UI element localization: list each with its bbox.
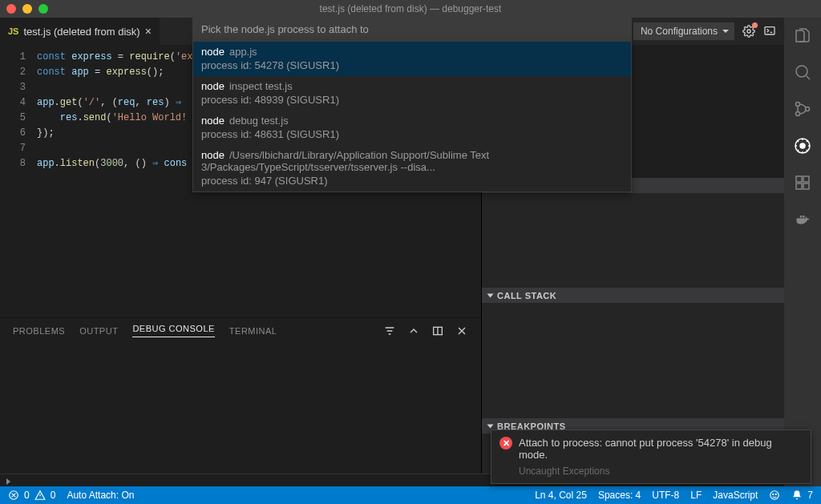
picker-item[interactable]: node/Users/lbichard/Library/Application … bbox=[193, 145, 631, 192]
tab-label: test.js (deleted from disk) bbox=[23, 26, 140, 38]
tab-output[interactable]: OUTPUT bbox=[79, 326, 118, 336]
status-language[interactable]: JavaScript bbox=[713, 490, 758, 501]
panel-maximize-icon[interactable] bbox=[431, 325, 444, 337]
process-picker-input[interactable]: Pick the node.js process to attach to bbox=[192, 18, 632, 41]
picker-args: app.js bbox=[229, 46, 257, 58]
notification-subtext: Uncaught Exceptions bbox=[519, 466, 803, 477]
svg-point-4 bbox=[796, 103, 800, 107]
tab-test-js[interactable]: JS test.js (deleted from disk) × bbox=[0, 18, 160, 45]
picker-sub: process id: 48939 (SIGUSR1) bbox=[201, 94, 623, 106]
svg-rect-9 bbox=[796, 176, 802, 182]
debug-icon[interactable] bbox=[793, 136, 812, 155]
debug-config-label: No Configurations bbox=[641, 26, 718, 37]
debug-config-select[interactable]: No Configurations bbox=[633, 22, 734, 40]
status-notifications[interactable]: 7 bbox=[791, 490, 813, 501]
panel-tabs: PROBLEMS OUTPUT DEBUG CONSOLE TERMINAL bbox=[0, 317, 481, 343]
callstack-section-header[interactable]: CALL STACK bbox=[482, 288, 784, 303]
svg-point-6 bbox=[806, 107, 810, 111]
filter-icon[interactable] bbox=[383, 325, 396, 337]
status-indentation[interactable]: Spaces: 4 bbox=[598, 490, 641, 501]
status-cursor-position[interactable]: Ln 4, Col 25 bbox=[535, 490, 587, 501]
tab-debug-console[interactable]: DEBUG CONSOLE bbox=[132, 324, 214, 337]
error-count: 0 bbox=[24, 490, 30, 501]
picker-cmd: node bbox=[201, 149, 224, 161]
svg-rect-1 bbox=[765, 27, 774, 34]
picker-cmd: node bbox=[201, 115, 224, 127]
svg-point-5 bbox=[796, 112, 800, 116]
search-icon[interactable] bbox=[793, 62, 812, 82]
svg-rect-12 bbox=[803, 183, 809, 189]
notification-count: 7 bbox=[807, 490, 813, 501]
svg-point-3 bbox=[796, 66, 807, 77]
source-control-icon[interactable] bbox=[793, 99, 812, 119]
picker-cmd: node bbox=[201, 80, 224, 92]
debug-toolbar: No Configurations bbox=[633, 18, 784, 45]
chevron-down-icon bbox=[487, 293, 494, 297]
explorer-icon[interactable] bbox=[793, 26, 812, 45]
tab-problems[interactable]: PROBLEMS bbox=[13, 326, 65, 336]
extensions-icon[interactable] bbox=[793, 173, 812, 192]
svg-point-0 bbox=[747, 30, 750, 33]
close-panel-icon[interactable] bbox=[455, 325, 468, 337]
svg-rect-11 bbox=[796, 183, 802, 189]
picker-args: debug test.js bbox=[229, 115, 289, 127]
picker-item[interactable]: nodeinspect test.js process id: 48939 (S… bbox=[193, 76, 631, 111]
picker-sub: process id: 947 (SIGUSR1) bbox=[201, 175, 623, 187]
chevron-up-icon[interactable] bbox=[407, 325, 420, 337]
process-picker-placeholder: Pick the node.js process to attach to bbox=[201, 23, 369, 35]
status-eol[interactable]: LF bbox=[690, 490, 702, 501]
close-tab-icon[interactable]: × bbox=[145, 25, 152, 38]
chevron-down-icon bbox=[487, 424, 494, 428]
docker-icon[interactable] bbox=[793, 210, 812, 229]
status-auto-attach[interactable]: Auto Attach: On bbox=[67, 490, 134, 501]
window-titlebar: test.js (deleted from disk) — debugger-t… bbox=[0, 0, 821, 18]
status-encoding[interactable]: UTF-8 bbox=[652, 490, 679, 501]
picker-item[interactable]: nodedebug test.js process id: 48631 (SIG… bbox=[193, 111, 631, 145]
svg-rect-10 bbox=[803, 176, 809, 182]
tab-terminal[interactable]: TERMINAL bbox=[229, 326, 277, 336]
svg-point-8 bbox=[800, 143, 805, 148]
picker-cmd: node bbox=[201, 46, 224, 58]
line-number-gutter: 12345678 bbox=[0, 50, 37, 317]
picker-sub: process id: 48631 (SIGUSR1) bbox=[201, 128, 623, 140]
error-notification[interactable]: ✕ Attach to process: cannot put process … bbox=[491, 429, 811, 484]
status-bar: 0 0 Auto Attach: On Ln 4, Col 25 Spaces:… bbox=[0, 486, 821, 504]
warning-count: 0 bbox=[51, 490, 56, 501]
picker-item[interactable]: nodeapp.js process id: 54278 (SIGUSR1) bbox=[193, 42, 631, 76]
debug-console-icon[interactable] bbox=[763, 25, 776, 38]
js-file-icon: JS bbox=[8, 26, 18, 36]
callstack-section[interactable] bbox=[482, 303, 784, 418]
picker-args: inspect test.js bbox=[229, 80, 293, 92]
notification-message: Attach to process: cannot put process '5… bbox=[519, 437, 803, 461]
svg-point-16 bbox=[775, 494, 776, 494]
svg-point-14 bbox=[770, 491, 779, 500]
process-picker-dropdown: nodeapp.js process id: 54278 (SIGUSR1) n… bbox=[192, 41, 632, 192]
chevron-right-icon bbox=[6, 478, 10, 485]
window-title: test.js (deleted from disk) — debugger-t… bbox=[0, 3, 821, 14]
gear-icon[interactable] bbox=[742, 25, 755, 38]
debug-console-body[interactable] bbox=[0, 343, 481, 474]
status-feedback[interactable] bbox=[769, 490, 780, 501]
error-icon: ✕ bbox=[499, 437, 512, 450]
picker-args: /Users/lbichard/Library/Application Supp… bbox=[201, 149, 489, 173]
status-errors[interactable]: 0 0 bbox=[8, 490, 55, 501]
callstack-label: CALL STACK bbox=[497, 291, 556, 300]
picker-sub: process id: 54278 (SIGUSR1) bbox=[201, 59, 623, 71]
watch-section[interactable] bbox=[482, 193, 784, 288]
svg-point-15 bbox=[773, 494, 774, 494]
activity-bar bbox=[784, 18, 821, 489]
